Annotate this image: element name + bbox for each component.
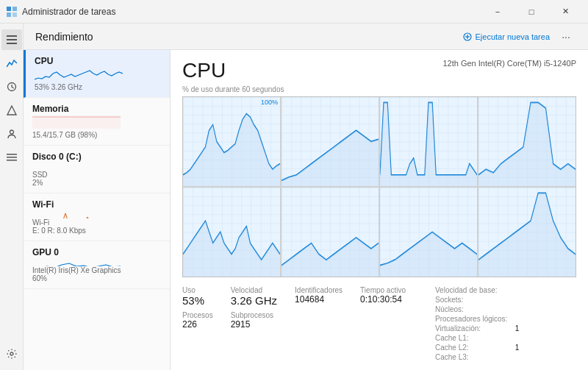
app-title: Administrador de tareas	[22, 7, 115, 17]
memory-mini-graph	[32, 114, 161, 131]
sidebar-item-menu[interactable]	[1, 29, 22, 50]
graph-cell-7	[380, 188, 477, 277]
cpu-graph-svg-6	[282, 188, 379, 277]
device-item-gpu[interactable]: GPU 0 Intel(R) Iris(R) Xe Graphics 60%	[24, 241, 170, 289]
cpu-mini-svg	[35, 66, 123, 82]
memory-mini-svg	[32, 114, 121, 130]
app-icon	[6, 6, 18, 18]
wifi-mini-svg	[32, 210, 121, 218]
device-item-disk[interactable]: Disco 0 (C:) SSD 2%	[24, 146, 170, 193]
users-icon	[7, 129, 17, 139]
graph-100-label-1: 100%	[261, 99, 278, 106]
info-group: Velocidad de base: Sockets: Núcleos:	[435, 286, 519, 361]
content-area: Rendimiento Ejecutar nueva tarea ··· CPU	[24, 24, 588, 370]
svg-line-23	[87, 217, 91, 218]
graph-cell-3	[380, 97, 477, 186]
app-container: Rendimiento Ejecutar nueva tarea ··· CPU	[0, 24, 588, 370]
svg-line-22	[84, 217, 87, 218]
startup-icon	[7, 105, 17, 115]
info-row-l2: Cache L2: 1	[435, 344, 519, 352]
cpu-title: CPU	[182, 59, 226, 82]
sidebar-item-users[interactable]	[1, 124, 22, 144]
stat-velocidad: Velocidad 3.26 GHz	[231, 286, 277, 307]
stats-area: Uso 53% Procesos 226 Velocidad 3.26 GHz	[182, 286, 576, 361]
stat-procesos: Procesos 226	[182, 311, 213, 330]
cpu-graph-svg-5	[183, 188, 280, 277]
header-title: Rendimiento	[35, 31, 93, 43]
svg-rect-0	[7, 7, 11, 11]
svg-rect-5	[7, 39, 17, 40]
svg-rect-11	[7, 157, 17, 158]
svg-rect-3	[12, 13, 17, 17]
right-panel: CPU 12th Gen Intel(R) Core(TM) i5-1240P …	[171, 50, 588, 370]
info-row-virtualizacion: Virtualización: 1	[435, 324, 519, 332]
gpu-mini-graph	[32, 257, 161, 266]
graph-cell-6	[282, 188, 379, 277]
device-item-memory[interactable]: Memoria 15.4/15.7 GB (98%)	[24, 98, 170, 146]
wifi-mini-graph	[32, 210, 161, 218]
cpu-graph-svg-1	[183, 97, 280, 186]
icon-sidebar	[0, 24, 24, 370]
left-panel: CPU 53% 3.26 GHz Memoria	[24, 50, 171, 370]
svg-rect-6	[7, 43, 17, 44]
graph-cell-2	[282, 97, 379, 186]
svg-line-19	[62, 213, 65, 218]
performance-icon	[7, 58, 17, 68]
maximize-button[interactable]: □	[514, 0, 548, 24]
info-row-nucleos: Núcleos:	[435, 305, 519, 313]
graph-label: % de uso durante 60 segundos	[182, 85, 576, 93]
svg-point-9	[10, 130, 13, 134]
cpu-graph-svg-3	[380, 97, 477, 186]
svg-line-20	[65, 213, 69, 218]
stat-group-2: Velocidad 3.26 GHz Subprocesos 2915	[231, 286, 277, 361]
cpu-graphs-grid: 100%	[182, 96, 576, 277]
header: Rendimiento Ejecutar nueva tarea ···	[24, 24, 588, 50]
disk-mini-svg	[32, 162, 121, 171]
sidebar-item-performance[interactable]	[1, 53, 22, 74]
more-button[interactable]: ···	[556, 26, 576, 47]
graph-cell-4	[478, 97, 576, 186]
info-row-l1: Cache L1:	[435, 334, 519, 342]
stat-group-3: Identificadores 104684	[295, 286, 343, 361]
sidebar-item-details[interactable]	[1, 147, 22, 168]
svg-rect-17	[32, 115, 121, 129]
info-row-base: Velocidad de base:	[435, 286, 519, 294]
sidebar-item-startup[interactable]	[1, 100, 22, 121]
cpu-graph-svg-4	[478, 97, 576, 186]
titlebar-left: Administrador de tareas	[6, 6, 115, 18]
cpu-model: 12th Gen Intel(R) Core(TM) i5-1240P	[442, 59, 576, 68]
graph-cell-8	[478, 188, 576, 277]
graph-cell-1: 100%	[183, 97, 280, 186]
close-button[interactable]: ✕	[548, 0, 582, 24]
settings-icon	[7, 349, 17, 359]
titlebar: Administrador de tareas − □ ✕	[0, 0, 588, 24]
two-pane: CPU 53% 3.26 GHz Memoria	[24, 50, 588, 370]
device-item-wifi[interactable]: Wi-Fi Wi-Fi E: 0	[24, 193, 170, 241]
stat-group-4: Tiempo activo 0:10:30:54	[360, 286, 406, 361]
svg-rect-1	[12, 7, 17, 11]
cpu-graph-svg-7	[380, 188, 477, 277]
run-task-icon	[463, 32, 472, 41]
info-row-sockets: Sockets:	[435, 296, 519, 304]
cpu-graph-svg-2	[282, 97, 379, 186]
device-item-cpu[interactable]: CPU 53% 3.26 GHz	[24, 50, 170, 98]
history-icon	[7, 82, 17, 92]
disk-mini-graph	[32, 162, 161, 171]
svg-rect-10	[7, 154, 17, 155]
run-task-button[interactable]: Ejecutar nueva tarea	[463, 32, 550, 41]
stat-group-1: Uso 53% Procesos 226	[182, 286, 213, 361]
minimize-button[interactable]: −	[481, 0, 514, 24]
titlebar-controls: − □ ✕	[481, 0, 582, 24]
cpu-header: CPU 12th Gen Intel(R) Core(TM) i5-1240P	[182, 59, 576, 82]
graph-cell-5	[183, 188, 280, 277]
menu-icon	[7, 35, 17, 45]
cpu-mini-graph	[35, 66, 161, 83]
svg-marker-8	[7, 106, 16, 115]
svg-rect-4	[7, 35, 17, 37]
header-actions: Ejecutar nueva tarea ···	[463, 26, 576, 47]
stat-subprocesos: Subprocesos 2915	[231, 311, 277, 330]
sidebar-item-history[interactable]	[1, 77, 22, 97]
stat-identificadores: Identificadores 104684	[295, 286, 343, 305]
stat-uso: Uso 53%	[182, 286, 213, 307]
sidebar-item-settings[interactable]	[1, 344, 22, 364]
